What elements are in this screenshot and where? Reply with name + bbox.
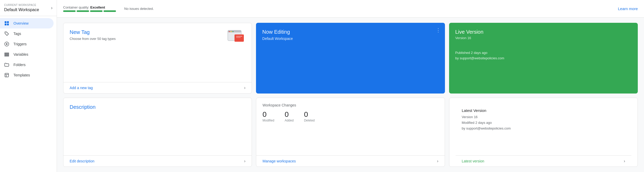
latest-version-info: Version 16 Modified 2 days ago by suppor…: [462, 114, 625, 131]
triggers-icon: [4, 41, 9, 47]
description-action[interactable]: Edit description ›: [63, 155, 252, 167]
overview-icon: [4, 21, 9, 26]
svg-rect-18: [236, 37, 241, 38]
latest-version-modified: Modified 2 days ago: [462, 120, 625, 126]
latest-version-number: Version 16: [462, 114, 625, 120]
topbar: Container quality: Excellent No issues d…: [57, 0, 644, 18]
quality-status: No issues detected.: [124, 7, 154, 11]
latest-version-chevron-icon: ›: [624, 159, 625, 163]
svg-point-6: [6, 43, 8, 45]
tags-icon: [4, 31, 9, 36]
svg-rect-17: [236, 36, 242, 37]
variables-icon: [4, 52, 9, 57]
latest-version-action[interactable]: Latest version ›: [456, 155, 631, 167]
sidebar-item-folders[interactable]: Folders: [0, 60, 54, 70]
stat-added-label: Added: [285, 119, 294, 122]
workspace-changes-title: Workspace Changes: [262, 103, 438, 107]
folders-icon: [4, 62, 9, 67]
svg-rect-7: [5, 53, 9, 54]
stat-modified-number: 0: [262, 110, 267, 119]
sidebar-item-templates[interactable]: Templates: [0, 70, 54, 80]
svg-rect-15: [232, 31, 233, 32]
sidebar-item-label-tags: Tags: [13, 32, 21, 36]
svg-rect-3: [7, 24, 9, 25]
svg-rect-9: [5, 55, 9, 56]
stat-deleted: 0 Deleted: [304, 110, 314, 122]
new-tag-action-chevron-icon: ›: [244, 85, 245, 90]
stat-added: 0 Added: [285, 110, 294, 122]
stat-modified: 0 Modified: [262, 110, 274, 122]
sidebar-item-variables[interactable]: Variables: [0, 49, 54, 60]
sidebar-item-label-templates: Templates: [13, 73, 30, 77]
templates-icon: [4, 73, 9, 78]
description-action-chevron-icon: ›: [244, 159, 245, 163]
nav-list: Overview Tags Triggers: [0, 16, 57, 82]
more-vert-button[interactable]: ⋮: [436, 27, 441, 33]
svg-rect-13: [229, 31, 230, 32]
live-version-title: Live Version: [455, 29, 632, 35]
new-tag-card: New Tag Choose from over 50 tag types: [63, 23, 252, 94]
new-tag-title: New Tag: [70, 29, 116, 35]
new-tag-action[interactable]: Add a new tag ›: [63, 82, 252, 93]
latest-version-card: Latest Version Version 16 Modified 2 day…: [449, 98, 638, 167]
live-version-card: Live Version Version 16 Published 2 days…: [449, 23, 638, 94]
new-tag-subtitle: Choose from over 50 tag types: [70, 37, 116, 41]
now-editing-card: ⋮ Now Editing Default Workspace: [256, 23, 445, 94]
workspace-chevron-icon: ›: [51, 5, 53, 11]
tag-illustration-icon: [227, 29, 245, 44]
sidebar-item-tags[interactable]: Tags: [0, 28, 54, 39]
live-version-number: Version 16: [455, 36, 632, 40]
sidebar-item-label-variables: Variables: [13, 52, 28, 56]
stat-added-number: 0: [285, 110, 289, 119]
new-tag-action-text: Add a new tag: [70, 86, 93, 90]
learn-more-link[interactable]: Learn more: [618, 6, 638, 11]
workspace-changes-action-text: Manage workspaces: [262, 159, 296, 163]
stat-deleted-number: 0: [304, 110, 308, 119]
sidebar-item-label-triggers: Triggers: [13, 42, 27, 46]
quality-bars: [63, 10, 116, 12]
latest-version-modified-by: by support@websitepolicies.com: [462, 126, 625, 131]
svg-rect-16: [235, 34, 244, 42]
description-title: Description: [70, 104, 245, 110]
sidebar-item-triggers[interactable]: Triggers: [0, 39, 54, 49]
quality-label: Container quality: Excellent: [63, 5, 116, 9]
sidebar-item-label-overview: Overview: [13, 21, 28, 25]
svg-rect-2: [5, 24, 6, 25]
sidebar-item-overview[interactable]: Overview: [0, 18, 54, 28]
now-editing-title: Now Editing: [262, 29, 438, 35]
workspace-label: CURRENT WORKSPACE: [4, 4, 39, 6]
quality-bar-1: [63, 10, 76, 12]
description-card: Description Edit description ›: [63, 98, 252, 167]
sidebar-item-label-folders: Folders: [13, 63, 26, 67]
stat-modified-label: Modified: [262, 119, 274, 122]
svg-rect-12: [228, 30, 241, 32]
now-editing-subtitle: Default Workspace: [262, 37, 438, 41]
sidebar: CURRENT WORKSPACE Default Workspace › Ov…: [0, 0, 57, 172]
main-content: Container quality: Excellent No issues d…: [57, 0, 644, 172]
quality-bar-4: [104, 10, 116, 12]
quality-bar-2: [77, 10, 89, 12]
svg-rect-10: [5, 73, 9, 77]
stat-deleted-label: Deleted: [304, 119, 314, 122]
latest-version-action-text: Latest version: [462, 159, 484, 163]
quality-bar-3: [90, 10, 103, 12]
content-grid: New Tag Choose from over 50 tag types: [57, 18, 644, 172]
latest-version-title: Latest Version: [462, 108, 625, 113]
workspace-changes-chevron-icon: ›: [437, 159, 438, 163]
changes-stats: 0 Modified 0 Added 0 Deleted: [262, 110, 438, 122]
svg-rect-0: [5, 21, 6, 23]
svg-point-4: [6, 33, 6, 33]
workspace-selector[interactable]: CURRENT WORKSPACE Default Workspace ›: [0, 0, 57, 16]
description-action-text: Edit description: [70, 159, 94, 163]
svg-rect-14: [231, 31, 232, 32]
workspace-changes-action[interactable]: Manage workspaces ›: [256, 155, 444, 167]
svg-rect-8: [5, 54, 9, 55]
quality-section: Container quality: Excellent: [63, 5, 116, 12]
svg-rect-1: [7, 21, 9, 23]
workspace-name: Default Workspace: [4, 8, 39, 12]
workspace-changes-card: Workspace Changes 0 Modified 0 Added 0 D…: [256, 98, 445, 167]
live-version-published: Published 2 days ago by support@websitep…: [455, 50, 632, 61]
